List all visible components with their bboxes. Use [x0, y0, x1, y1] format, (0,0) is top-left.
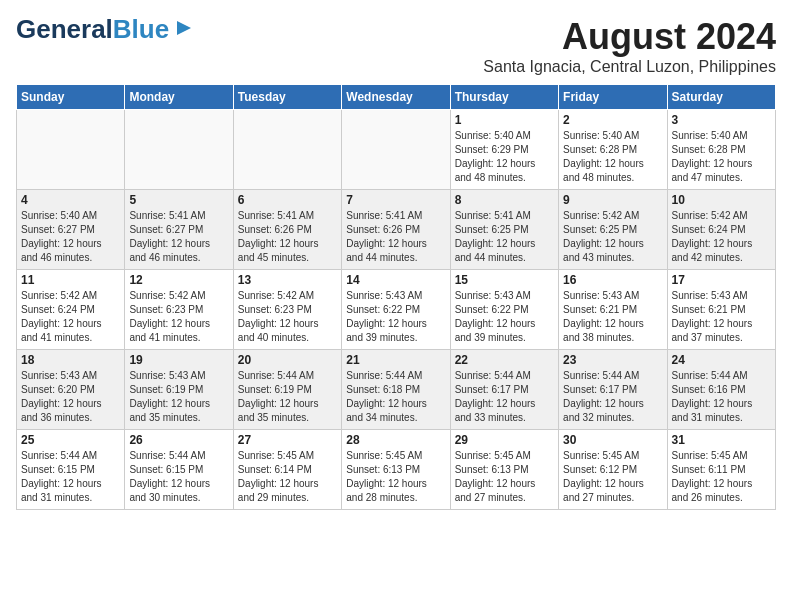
calendar-cell: 15Sunrise: 5:43 AM Sunset: 6:22 PM Dayli… [450, 270, 558, 350]
day-info: Sunrise: 5:40 AM Sunset: 6:28 PM Dayligh… [672, 129, 771, 185]
day-number: 12 [129, 273, 228, 287]
calendar-cell [233, 110, 341, 190]
calendar-cell: 6Sunrise: 5:41 AM Sunset: 6:26 PM Daylig… [233, 190, 341, 270]
calendar-cell: 22Sunrise: 5:44 AM Sunset: 6:17 PM Dayli… [450, 350, 558, 430]
day-number: 27 [238, 433, 337, 447]
day-info: Sunrise: 5:44 AM Sunset: 6:17 PM Dayligh… [455, 369, 554, 425]
day-info: Sunrise: 5:43 AM Sunset: 6:21 PM Dayligh… [563, 289, 662, 345]
day-number: 4 [21, 193, 120, 207]
calendar-week-4: 18Sunrise: 5:43 AM Sunset: 6:20 PM Dayli… [17, 350, 776, 430]
calendar-cell: 5Sunrise: 5:41 AM Sunset: 6:27 PM Daylig… [125, 190, 233, 270]
day-info: Sunrise: 5:41 AM Sunset: 6:27 PM Dayligh… [129, 209, 228, 265]
logo-text: GeneralBlue [16, 16, 169, 42]
calendar-cell: 4Sunrise: 5:40 AM Sunset: 6:27 PM Daylig… [17, 190, 125, 270]
day-info: Sunrise: 5:43 AM Sunset: 6:20 PM Dayligh… [21, 369, 120, 425]
day-info: Sunrise: 5:44 AM Sunset: 6:18 PM Dayligh… [346, 369, 445, 425]
calendar-week-5: 25Sunrise: 5:44 AM Sunset: 6:15 PM Dayli… [17, 430, 776, 510]
day-number: 18 [21, 353, 120, 367]
day-info: Sunrise: 5:44 AM Sunset: 6:17 PM Dayligh… [563, 369, 662, 425]
day-info: Sunrise: 5:42 AM Sunset: 6:24 PM Dayligh… [21, 289, 120, 345]
day-info: Sunrise: 5:43 AM Sunset: 6:21 PM Dayligh… [672, 289, 771, 345]
day-info: Sunrise: 5:42 AM Sunset: 6:24 PM Dayligh… [672, 209, 771, 265]
day-info: Sunrise: 5:40 AM Sunset: 6:28 PM Dayligh… [563, 129, 662, 185]
calendar-cell: 26Sunrise: 5:44 AM Sunset: 6:15 PM Dayli… [125, 430, 233, 510]
calendar-cell: 19Sunrise: 5:43 AM Sunset: 6:19 PM Dayli… [125, 350, 233, 430]
day-number: 17 [672, 273, 771, 287]
day-header-monday: Monday [125, 85, 233, 110]
calendar-week-1: 1Sunrise: 5:40 AM Sunset: 6:29 PM Daylig… [17, 110, 776, 190]
calendar-cell: 9Sunrise: 5:42 AM Sunset: 6:25 PM Daylig… [559, 190, 667, 270]
day-info: Sunrise: 5:42 AM Sunset: 6:23 PM Dayligh… [238, 289, 337, 345]
calendar-cell: 2Sunrise: 5:40 AM Sunset: 6:28 PM Daylig… [559, 110, 667, 190]
day-header-tuesday: Tuesday [233, 85, 341, 110]
calendar-cell: 10Sunrise: 5:42 AM Sunset: 6:24 PM Dayli… [667, 190, 775, 270]
day-number: 11 [21, 273, 120, 287]
day-info: Sunrise: 5:41 AM Sunset: 6:26 PM Dayligh… [238, 209, 337, 265]
day-number: 7 [346, 193, 445, 207]
day-info: Sunrise: 5:42 AM Sunset: 6:25 PM Dayligh… [563, 209, 662, 265]
calendar-cell: 1Sunrise: 5:40 AM Sunset: 6:29 PM Daylig… [450, 110, 558, 190]
day-header-friday: Friday [559, 85, 667, 110]
calendar-cell: 8Sunrise: 5:41 AM Sunset: 6:25 PM Daylig… [450, 190, 558, 270]
calendar-cell: 11Sunrise: 5:42 AM Sunset: 6:24 PM Dayli… [17, 270, 125, 350]
day-number: 6 [238, 193, 337, 207]
logo-arrow-icon [173, 17, 195, 39]
calendar-cell [17, 110, 125, 190]
calendar-cell [342, 110, 450, 190]
day-number: 2 [563, 113, 662, 127]
day-number: 13 [238, 273, 337, 287]
day-number: 20 [238, 353, 337, 367]
day-number: 3 [672, 113, 771, 127]
calendar-cell: 30Sunrise: 5:45 AM Sunset: 6:12 PM Dayli… [559, 430, 667, 510]
day-info: Sunrise: 5:45 AM Sunset: 6:14 PM Dayligh… [238, 449, 337, 505]
day-number: 14 [346, 273, 445, 287]
calendar-cell: 24Sunrise: 5:44 AM Sunset: 6:16 PM Dayli… [667, 350, 775, 430]
day-info: Sunrise: 5:40 AM Sunset: 6:27 PM Dayligh… [21, 209, 120, 265]
calendar-week-2: 4Sunrise: 5:40 AM Sunset: 6:27 PM Daylig… [17, 190, 776, 270]
day-number: 21 [346, 353, 445, 367]
page-header: GeneralBlue August 2024 Santa Ignacia, C… [16, 16, 776, 76]
calendar-table: SundayMondayTuesdayWednesdayThursdayFrid… [16, 84, 776, 510]
day-header-wednesday: Wednesday [342, 85, 450, 110]
day-number: 25 [21, 433, 120, 447]
calendar-cell: 17Sunrise: 5:43 AM Sunset: 6:21 PM Dayli… [667, 270, 775, 350]
day-number: 8 [455, 193, 554, 207]
day-info: Sunrise: 5:42 AM Sunset: 6:23 PM Dayligh… [129, 289, 228, 345]
calendar-cell: 20Sunrise: 5:44 AM Sunset: 6:19 PM Dayli… [233, 350, 341, 430]
day-info: Sunrise: 5:40 AM Sunset: 6:29 PM Dayligh… [455, 129, 554, 185]
calendar-cell: 16Sunrise: 5:43 AM Sunset: 6:21 PM Dayli… [559, 270, 667, 350]
calendar-cell: 21Sunrise: 5:44 AM Sunset: 6:18 PM Dayli… [342, 350, 450, 430]
day-header-saturday: Saturday [667, 85, 775, 110]
day-number: 28 [346, 433, 445, 447]
calendar-cell: 31Sunrise: 5:45 AM Sunset: 6:11 PM Dayli… [667, 430, 775, 510]
day-info: Sunrise: 5:41 AM Sunset: 6:25 PM Dayligh… [455, 209, 554, 265]
location-subtitle: Santa Ignacia, Central Luzon, Philippine… [483, 58, 776, 76]
day-number: 26 [129, 433, 228, 447]
calendar-cell: 28Sunrise: 5:45 AM Sunset: 6:13 PM Dayli… [342, 430, 450, 510]
day-number: 29 [455, 433, 554, 447]
day-number: 9 [563, 193, 662, 207]
day-number: 10 [672, 193, 771, 207]
day-info: Sunrise: 5:45 AM Sunset: 6:11 PM Dayligh… [672, 449, 771, 505]
calendar-cell: 27Sunrise: 5:45 AM Sunset: 6:14 PM Dayli… [233, 430, 341, 510]
day-number: 31 [672, 433, 771, 447]
day-info: Sunrise: 5:43 AM Sunset: 6:19 PM Dayligh… [129, 369, 228, 425]
day-number: 5 [129, 193, 228, 207]
calendar-cell [125, 110, 233, 190]
calendar-cell: 29Sunrise: 5:45 AM Sunset: 6:13 PM Dayli… [450, 430, 558, 510]
day-info: Sunrise: 5:44 AM Sunset: 6:16 PM Dayligh… [672, 369, 771, 425]
title-block: August 2024 Santa Ignacia, Central Luzon… [483, 16, 776, 76]
day-header-sunday: Sunday [17, 85, 125, 110]
day-info: Sunrise: 5:45 AM Sunset: 6:13 PM Dayligh… [346, 449, 445, 505]
day-info: Sunrise: 5:44 AM Sunset: 6:15 PM Dayligh… [129, 449, 228, 505]
day-info: Sunrise: 5:45 AM Sunset: 6:13 PM Dayligh… [455, 449, 554, 505]
day-info: Sunrise: 5:44 AM Sunset: 6:19 PM Dayligh… [238, 369, 337, 425]
day-number: 16 [563, 273, 662, 287]
day-number: 19 [129, 353, 228, 367]
calendar-cell: 3Sunrise: 5:40 AM Sunset: 6:28 PM Daylig… [667, 110, 775, 190]
calendar-cell: 12Sunrise: 5:42 AM Sunset: 6:23 PM Dayli… [125, 270, 233, 350]
day-info: Sunrise: 5:43 AM Sunset: 6:22 PM Dayligh… [346, 289, 445, 345]
day-number: 24 [672, 353, 771, 367]
calendar-header-row: SundayMondayTuesdayWednesdayThursdayFrid… [17, 85, 776, 110]
calendar-cell: 25Sunrise: 5:44 AM Sunset: 6:15 PM Dayli… [17, 430, 125, 510]
